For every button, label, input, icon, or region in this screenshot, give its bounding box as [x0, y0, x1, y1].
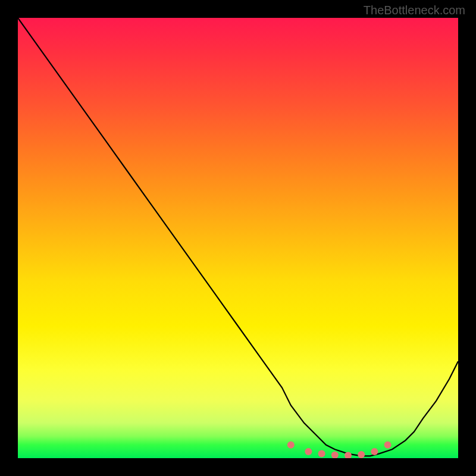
highlight-dot	[331, 452, 339, 458]
highlight-dot	[287, 441, 295, 449]
bottleneck-curve-line	[18, 18, 458, 456]
highlight-dot	[371, 448, 378, 455]
highlight-dot	[305, 448, 312, 455]
highlight-dot	[318, 450, 325, 458]
watermark-text: TheBottleneck.com	[364, 4, 465, 17]
highlight-dot	[384, 441, 392, 449]
curve-group	[18, 18, 458, 456]
highlight-dot	[358, 451, 365, 458]
highlight-markers	[287, 441, 392, 458]
chart-curve-svg	[18, 18, 458, 458]
